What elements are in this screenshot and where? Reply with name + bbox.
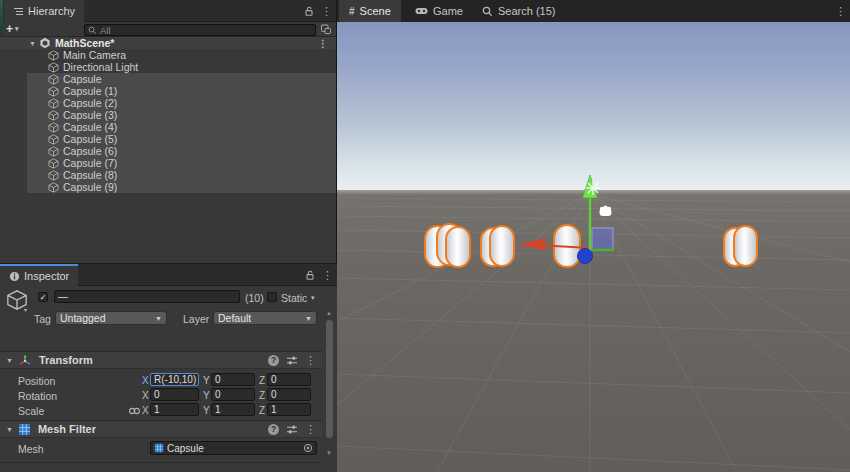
foldout-arrow-icon[interactable]: ▼ [29,40,36,47]
rotation-x-field[interactable]: 0 [150,388,199,401]
search-icon [482,6,493,17]
panel-menu-icon[interactable]: ⋮ [321,6,332,17]
hierarchy-item-capsule[interactable]: Capsule [0,73,336,85]
object-picker-icon[interactable] [303,443,313,453]
foldout-arrow-icon[interactable]: ▼ [6,357,13,364]
hierarchy-item-capsule-7[interactable]: Capsule (7) [0,157,336,169]
xy-plane-handle[interactable] [592,228,613,250]
scale-x-field[interactable]: 1 [150,403,199,416]
presets-icon[interactable] [286,424,298,435]
inspector-panel: Inspector ⋮ ▾ ✓ — (10) [0,263,337,472]
asset-labels-header[interactable]: Asset Labels [0,462,322,472]
hierarchy-list: ▼ MathScene* ⋮ Main Camera Directional L… [0,37,336,193]
tag-dropdown[interactable]: Untagged▼ [55,311,167,325]
hierarchy-item-capsule-1[interactable]: Capsule (1) [0,85,336,97]
gameobject-cube-icon [48,170,59,181]
hierarchy-item-main-camera[interactable]: Main Camera [0,49,336,61]
link-scale-icon[interactable] [128,406,141,416]
hierarchy-item-capsule-6[interactable]: Capsule (6) [0,145,336,157]
hierarchy-item-capsule-3[interactable]: Capsule (3) [0,109,336,121]
icon-picker-caret[interactable]: ▾ [24,306,27,313]
inspector-scrollbar[interactable]: ▲ ▼ [324,310,335,456]
adjacent-panel-edge [0,0,3,36]
gameobject-cube-icon [48,182,59,193]
static-checkbox[interactable] [267,292,277,302]
layer-label: Layer [183,313,209,325]
mesh-icon [154,443,164,453]
scroll-up-icon[interactable]: ▲ [326,310,332,316]
name-field[interactable]: — [54,290,240,303]
axis-y-label[interactable]: Y [203,390,210,401]
open-search-window-icon[interactable] [320,23,332,35]
hierarchy-item-directional-light[interactable]: Directional Light [0,61,336,73]
tab-label: Inspector [24,270,69,282]
help-icon[interactable]: ? [268,424,279,435]
gameobject-cube-icon [48,110,59,121]
x-axis-arrow[interactable] [518,239,545,251]
axis-z-label[interactable]: Z [259,405,265,416]
scene-name: MathScene* [55,37,115,49]
axis-x-label[interactable]: X [142,390,149,401]
panel-menu-icon[interactable]: ⋮ [322,270,333,281]
hierarchy-item-capsule-5[interactable]: Capsule (5) [0,133,336,145]
unity-editor-window: Hierarchy ⋮ +▾ All [0,0,850,472]
tab-search[interactable]: Search (15) [472,0,565,22]
left-dock: Hierarchy ⋮ +▾ All [0,0,337,472]
position-label: Position [18,375,55,387]
help-icon[interactable]: ? [268,355,279,366]
rotation-z-field[interactable]: 0 [267,388,311,401]
hierarchy-search-input[interactable]: All [84,24,316,36]
presets-icon[interactable] [286,355,298,366]
axis-x-label[interactable]: X [142,405,149,416]
hierarchy-toolbar: +▾ All [0,22,336,37]
tab-inspector[interactable]: Inspector [0,264,78,286]
mesh-object-field[interactable]: Capsule [150,441,317,455]
scale-y-field[interactable]: 1 [211,403,255,416]
tab-game[interactable]: Game [405,0,473,22]
hierarchy-scene-row[interactable]: ▼ MathScene* ⋮ [0,37,336,49]
scrollbar-thumb[interactable] [326,320,333,438]
axis-z-label[interactable]: Z [259,375,265,386]
hierarchy-item-capsule-9[interactable]: Capsule (9) [0,181,336,193]
inspector-tabbar: Inspector ⋮ [0,264,337,286]
hierarchy-item-capsule-4[interactable]: Capsule (4) [0,121,336,133]
axis-y-label[interactable]: Y [203,375,210,386]
position-x-field[interactable]: R(-10,10) [150,373,199,386]
snap-sparkle-icon [586,181,600,195]
active-checkbox[interactable]: ✓ [38,292,48,302]
mesh-filter-icon [18,423,31,436]
foldout-arrow-icon[interactable]: ▼ [6,426,13,433]
gameobject-cube-icon [48,98,59,109]
position-y-field[interactable]: 0 [211,373,255,386]
lock-icon[interactable] [304,6,314,17]
position-z-field[interactable]: 0 [267,373,311,386]
component-menu-icon[interactable]: ⋮ [305,355,316,366]
axis-x-label[interactable]: X [142,375,149,386]
gameobject-cube-icon [48,134,59,145]
mesh-label: Mesh [18,443,44,455]
hierarchy-item-capsule-2[interactable]: Capsule (2) [0,97,336,109]
axis-y-label[interactable]: Y [203,405,210,416]
z-axis-handle[interactable] [578,249,593,264]
scroll-down-icon[interactable]: ▼ [326,450,332,456]
tab-scene[interactable]: # Scene [339,0,401,22]
component-menu-icon[interactable]: ⋮ [305,424,316,435]
tab-hierarchy[interactable]: Hierarchy [4,0,84,22]
scene-viewport[interactable] [337,22,850,472]
hierarchy-item-capsule-8[interactable]: Capsule (8) [0,169,336,181]
panel-menu-icon[interactable]: ⋮ [835,6,846,17]
mesh-filter-header[interactable]: ▼ Mesh Filter ? ⋮ [0,420,322,438]
lock-icon[interactable] [305,270,315,281]
search-placeholder: All [100,25,111,36]
scene-menu-icon[interactable]: ⋮ [318,38,328,49]
axis-z-label[interactable]: Z [259,390,265,401]
scale-z-field[interactable]: 1 [267,403,311,416]
add-object-button[interactable]: +▾ [6,22,19,36]
transform-header[interactable]: ▼ Transform ? ⋮ [0,351,322,369]
hand-cursor-icon [600,206,612,216]
static-dropdown-caret[interactable]: ▾ [311,294,315,302]
layer-dropdown[interactable]: Default▼ [213,311,317,325]
gameobject-cube-icon [48,86,59,97]
unity-scene-icon [39,37,51,49]
rotation-y-field[interactable]: 0 [211,388,255,401]
